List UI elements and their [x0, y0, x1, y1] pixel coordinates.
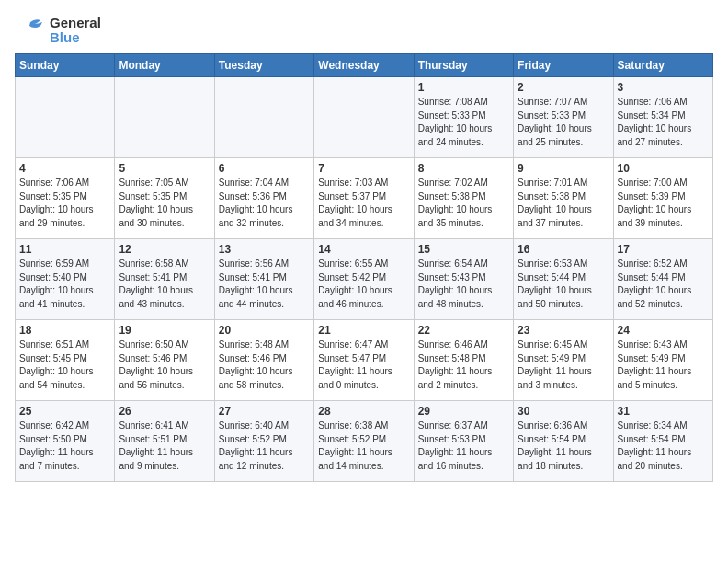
calendar-cell: 26Sunrise: 6:41 AM Sunset: 5:51 PM Dayli… — [115, 401, 214, 482]
day-info: Sunrise: 7:01 AM Sunset: 5:38 PM Dayligh… — [518, 177, 609, 230]
day-info: Sunrise: 7:00 AM Sunset: 5:39 PM Dayligh… — [618, 177, 709, 230]
week-row-1: 1Sunrise: 7:08 AM Sunset: 5:33 PM Daylig… — [16, 77, 713, 158]
day-info: Sunrise: 6:34 AM Sunset: 5:54 PM Dayligh… — [618, 419, 709, 473]
day-number: 22 — [418, 324, 509, 337]
day-info: Sunrise: 7:06 AM Sunset: 5:34 PM Dayligh… — [618, 96, 709, 149]
logo-general: General — [50, 16, 101, 31]
day-info: Sunrise: 6:37 AM Sunset: 5:53 PM Dayligh… — [418, 419, 509, 473]
day-info: Sunrise: 6:52 AM Sunset: 5:44 PM Dayligh… — [618, 258, 709, 311]
day-info: Sunrise: 6:42 AM Sunset: 5:50 PM Dayligh… — [19, 419, 110, 473]
day-number: 25 — [19, 405, 110, 418]
day-info: Sunrise: 6:58 AM Sunset: 5:41 PM Dayligh… — [119, 258, 210, 311]
day-number: 9 — [518, 162, 609, 175]
day-number: 4 — [19, 162, 110, 175]
day-info: Sunrise: 6:53 AM Sunset: 5:44 PM Dayligh… — [518, 258, 609, 311]
day-number: 13 — [219, 243, 310, 256]
logo-blue: Blue — [50, 30, 101, 46]
day-info: Sunrise: 6:38 AM Sunset: 5:52 PM Dayligh… — [318, 419, 409, 473]
weekday-header-sunday: Sunday — [16, 54, 115, 77]
day-info: Sunrise: 6:55 AM Sunset: 5:42 PM Dayligh… — [318, 258, 409, 311]
calendar-cell: 14Sunrise: 6:55 AM Sunset: 5:42 PM Dayli… — [314, 239, 414, 320]
weekday-header-monday: Monday — [115, 54, 214, 77]
calendar-cell — [314, 77, 414, 158]
day-number: 20 — [219, 324, 310, 337]
weekday-header-wednesday: Wednesday — [314, 54, 414, 77]
day-info: Sunrise: 7:04 AM Sunset: 5:36 PM Dayligh… — [219, 177, 310, 230]
day-number: 1 — [418, 81, 509, 94]
weekday-header-thursday: Thursday — [414, 54, 513, 77]
weekday-header-saturday: Saturday — [613, 54, 712, 77]
logo-bird-icon — [15, 15, 46, 46]
day-info: Sunrise: 6:51 AM Sunset: 5:45 PM Dayligh… — [19, 339, 110, 392]
day-info: Sunrise: 7:06 AM Sunset: 5:35 PM Dayligh… — [19, 177, 110, 230]
day-info: Sunrise: 7:08 AM Sunset: 5:33 PM Dayligh… — [418, 96, 509, 149]
calendar-cell: 6Sunrise: 7:04 AM Sunset: 5:36 PM Daylig… — [214, 158, 313, 239]
week-row-5: 25Sunrise: 6:42 AM Sunset: 5:50 PM Dayli… — [16, 401, 713, 482]
week-row-4: 18Sunrise: 6:51 AM Sunset: 5:45 PM Dayli… — [16, 320, 713, 401]
calendar-cell: 22Sunrise: 6:46 AM Sunset: 5:48 PM Dayli… — [414, 320, 513, 401]
day-info: Sunrise: 6:48 AM Sunset: 5:46 PM Dayligh… — [219, 339, 310, 392]
day-number: 24 — [618, 324, 709, 337]
week-row-3: 11Sunrise: 6:59 AM Sunset: 5:40 PM Dayli… — [16, 239, 713, 320]
calendar-cell: 3Sunrise: 7:06 AM Sunset: 5:34 PM Daylig… — [613, 77, 712, 158]
day-info: Sunrise: 6:50 AM Sunset: 5:46 PM Dayligh… — [119, 339, 210, 392]
calendar-cell: 15Sunrise: 6:54 AM Sunset: 5:43 PM Dayli… — [414, 239, 513, 320]
day-number: 19 — [119, 324, 210, 337]
day-number: 11 — [19, 243, 110, 256]
calendar-table: SundayMondayTuesdayWednesdayThursdayFrid… — [15, 53, 713, 482]
calendar-cell: 1Sunrise: 7:08 AM Sunset: 5:33 PM Daylig… — [414, 77, 513, 158]
day-info: Sunrise: 6:59 AM Sunset: 5:40 PM Dayligh… — [19, 258, 110, 311]
calendar-cell: 2Sunrise: 7:07 AM Sunset: 5:33 PM Daylig… — [514, 77, 613, 158]
day-info: Sunrise: 6:46 AM Sunset: 5:48 PM Dayligh… — [418, 339, 509, 392]
calendar-cell: 24Sunrise: 6:43 AM Sunset: 5:49 PM Dayli… — [613, 320, 712, 401]
header: General Blue — [15, 15, 713, 46]
calendar-cell: 16Sunrise: 6:53 AM Sunset: 5:44 PM Dayli… — [514, 239, 613, 320]
calendar-cell: 27Sunrise: 6:40 AM Sunset: 5:52 PM Dayli… — [214, 401, 313, 482]
day-number: 23 — [518, 324, 609, 337]
calendar-cell: 13Sunrise: 6:56 AM Sunset: 5:41 PM Dayli… — [214, 239, 313, 320]
calendar-cell: 4Sunrise: 7:06 AM Sunset: 5:35 PM Daylig… — [16, 158, 115, 239]
day-number: 3 — [618, 81, 709, 94]
calendar-cell: 10Sunrise: 7:00 AM Sunset: 5:39 PM Dayli… — [613, 158, 712, 239]
calendar-cell: 25Sunrise: 6:42 AM Sunset: 5:50 PM Dayli… — [16, 401, 115, 482]
day-number: 29 — [418, 405, 509, 418]
day-number: 16 — [518, 243, 609, 256]
calendar-cell: 29Sunrise: 6:37 AM Sunset: 5:53 PM Dayli… — [414, 401, 513, 482]
calendar-cell: 20Sunrise: 6:48 AM Sunset: 5:46 PM Dayli… — [214, 320, 313, 401]
day-info: Sunrise: 7:02 AM Sunset: 5:38 PM Dayligh… — [418, 177, 509, 230]
weekday-header-friday: Friday — [514, 54, 613, 77]
calendar-cell: 18Sunrise: 6:51 AM Sunset: 5:45 PM Dayli… — [16, 320, 115, 401]
day-number: 5 — [119, 162, 210, 175]
day-number: 18 — [19, 324, 110, 337]
week-row-2: 4Sunrise: 7:06 AM Sunset: 5:35 PM Daylig… — [16, 158, 713, 239]
day-number: 17 — [618, 243, 709, 256]
day-number: 14 — [318, 243, 409, 256]
day-number: 12 — [119, 243, 210, 256]
day-info: Sunrise: 6:36 AM Sunset: 5:54 PM Dayligh… — [518, 419, 609, 473]
day-number: 2 — [518, 81, 609, 94]
day-number: 7 — [318, 162, 409, 175]
day-info: Sunrise: 6:43 AM Sunset: 5:49 PM Dayligh… — [618, 339, 709, 392]
calendar-cell: 23Sunrise: 6:45 AM Sunset: 5:49 PM Dayli… — [514, 320, 613, 401]
calendar-cell: 5Sunrise: 7:05 AM Sunset: 5:35 PM Daylig… — [115, 158, 214, 239]
calendar-cell: 8Sunrise: 7:02 AM Sunset: 5:38 PM Daylig… — [414, 158, 513, 239]
day-number: 8 — [418, 162, 509, 175]
day-number: 27 — [219, 405, 310, 418]
calendar-cell: 11Sunrise: 6:59 AM Sunset: 5:40 PM Dayli… — [16, 239, 115, 320]
calendar-cell: 28Sunrise: 6:38 AM Sunset: 5:52 PM Dayli… — [314, 401, 414, 482]
day-info: Sunrise: 7:05 AM Sunset: 5:35 PM Dayligh… — [119, 177, 210, 230]
calendar-cell: 17Sunrise: 6:52 AM Sunset: 5:44 PM Dayli… — [613, 239, 712, 320]
calendar-cell — [214, 77, 313, 158]
calendar-cell: 31Sunrise: 6:34 AM Sunset: 5:54 PM Dayli… — [613, 401, 712, 482]
calendar-cell: 12Sunrise: 6:58 AM Sunset: 5:41 PM Dayli… — [115, 239, 214, 320]
calendar-cell: 30Sunrise: 6:36 AM Sunset: 5:54 PM Dayli… — [514, 401, 613, 482]
day-info: Sunrise: 6:56 AM Sunset: 5:41 PM Dayligh… — [219, 258, 310, 311]
day-info: Sunrise: 6:40 AM Sunset: 5:52 PM Dayligh… — [219, 419, 310, 473]
weekday-header-tuesday: Tuesday — [214, 54, 313, 77]
calendar-cell: 9Sunrise: 7:01 AM Sunset: 5:38 PM Daylig… — [514, 158, 613, 239]
weekday-header-row: SundayMondayTuesdayWednesdayThursdayFrid… — [16, 54, 713, 77]
day-number: 31 — [618, 405, 709, 418]
calendar-cell: 21Sunrise: 6:47 AM Sunset: 5:47 PM Dayli… — [314, 320, 414, 401]
day-number: 6 — [219, 162, 310, 175]
day-number: 28 — [318, 405, 409, 418]
